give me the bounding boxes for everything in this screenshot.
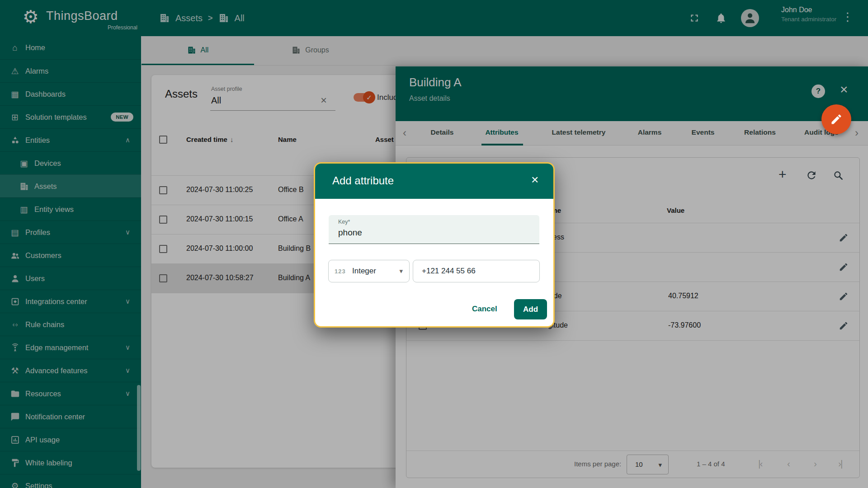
chevron-down-icon: ▾	[399, 267, 403, 275]
dialog-header: Add attribute ×	[315, 164, 553, 199]
value-input[interactable]: +121 244 55 66	[413, 260, 540, 282]
edit-fab-button[interactable]	[821, 104, 851, 134]
key-field-value: phone	[338, 228, 362, 238]
close-icon[interactable]: ×	[531, 174, 538, 186]
add-attribute-dialog: Add attribute × Key* phone 123 Integer ▾…	[314, 162, 555, 328]
cancel-button[interactable]: Cancel	[472, 305, 497, 314]
key-field-label: Key*	[338, 219, 350, 225]
dialog-title: Add attribute	[332, 174, 394, 187]
key-field[interactable]: Key* phone	[329, 215, 539, 244]
value-type-selected: Integer	[352, 267, 376, 276]
value-type-select[interactable]: 123 Integer ▾	[328, 260, 410, 282]
pencil-icon	[830, 113, 843, 126]
integer-type-icon: 123	[335, 268, 346, 275]
add-button[interactable]: Add	[514, 299, 547, 319]
value-input-text: +121 244 55 66	[422, 267, 476, 276]
dialog-buttons: Cancel Add	[315, 297, 553, 324]
